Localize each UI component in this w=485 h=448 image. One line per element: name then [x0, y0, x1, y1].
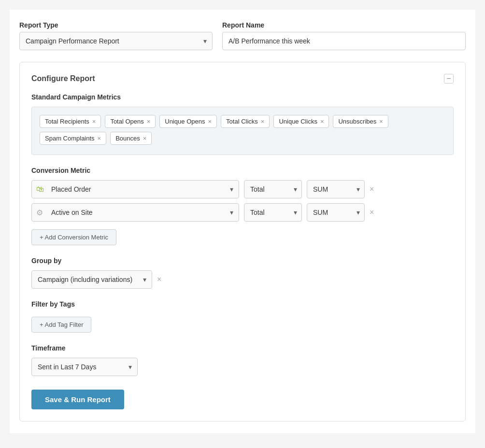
save-run-report-button[interactable]: Save & Run Report [31, 390, 124, 409]
active-on-site-agg-select[interactable]: SUM AVG COUNT [307, 203, 365, 222]
metrics-tags-container: Total Recipients × Total Opens × Unique … [40, 115, 445, 145]
timeframe-section: Timeframe Sent in Last 7 Days Sent in La… [31, 344, 454, 376]
tag-label: Spam Complaints [45, 135, 95, 142]
placed-order-select[interactable]: Placed Order Active on Site Viewed Produ… [31, 180, 239, 198]
active-on-site-total-select[interactable]: Total Unique [244, 203, 302, 222]
group-by-select-wrapper: Campaign (including variations) Campaign… [31, 270, 152, 289]
conversion-metric-section: Conversion Metric 🛍 Placed Order Active … [31, 167, 454, 245]
standard-metrics-title: Standard Campaign Metrics [31, 93, 454, 101]
group-by-title: Group by [31, 257, 454, 265]
remove-total-opens[interactable]: × [147, 118, 151, 125]
remove-total-recipients[interactable]: × [92, 118, 96, 125]
remove-group-by[interactable]: × [157, 275, 161, 284]
report-name-group: Report Name [222, 21, 466, 50]
tag-label: Total Opens [110, 118, 143, 125]
remove-placed-order[interactable]: × [370, 185, 374, 194]
active-on-site-select[interactable]: Placed Order Active on Site Viewed Produ… [31, 203, 239, 222]
tag-label: Bounces [115, 135, 140, 142]
metrics-area: Total Recipients × Total Opens × Unique … [31, 107, 454, 155]
remove-total-clicks[interactable]: × [261, 118, 265, 125]
group-by-section: Group by Campaign (including variations)… [31, 257, 454, 289]
add-conversion-metric-button[interactable]: + Add Conversion Metric [31, 229, 116, 245]
remove-spam-complaints[interactable]: × [98, 135, 101, 141]
tag-unique-opens: Unique Opens × [159, 115, 217, 128]
report-name-input[interactable] [222, 32, 466, 50]
tag-label: Total Recipients [45, 118, 89, 125]
tag-label: Total Clicks [226, 118, 258, 125]
placed-order-select-wrapper: 🛍 Placed Order Active on Site Viewed Pro… [31, 180, 239, 198]
remove-unique-opens[interactable]: × [208, 118, 212, 125]
collapse-button[interactable]: − [444, 74, 454, 84]
active-on-site-agg-wrapper: SUM AVG COUNT [307, 203, 365, 222]
panel-header: Configure Report − [31, 74, 454, 84]
remove-active-on-site[interactable]: × [370, 208, 374, 217]
group-by-row: Campaign (including variations) Campaign… [31, 270, 454, 289]
report-type-label: Report Type [19, 21, 213, 29]
timeframe-select-wrapper: Sent in Last 7 Days Sent in Last 30 Days… [31, 358, 138, 376]
remove-unique-clicks[interactable]: × [320, 118, 324, 125]
active-on-site-select-wrapper: ⚙ Placed Order Active on Site Viewed Pro… [31, 203, 239, 222]
report-type-select-wrapper: Campaign Performance Report Flow Perform… [19, 32, 213, 50]
add-tag-filter-button[interactable]: + Add Tag Filter [31, 317, 91, 333]
tag-label: Unique Opens [165, 118, 205, 125]
report-name-label: Report Name [222, 21, 466, 29]
tag-unique-clicks: Unique Clicks × [273, 115, 329, 128]
tag-bounces: Bounces × [110, 132, 152, 145]
filter-by-tags-section: Filter by Tags + Add Tag Filter [31, 300, 454, 333]
tag-total-opens: Total Opens × [105, 115, 156, 128]
placed-order-agg-select[interactable]: SUM AVG COUNT [307, 180, 365, 198]
timeframe-title: Timeframe [31, 344, 454, 352]
active-on-site-total-wrapper: Total Unique [244, 203, 302, 222]
placed-order-total-wrapper: Total Unique [244, 180, 302, 198]
tag-unsubscribes: Unsubscribes × [333, 115, 388, 128]
report-type-select[interactable]: Campaign Performance Report Flow Perform… [19, 32, 213, 50]
configure-panel: Configure Report − Standard Campaign Met… [19, 62, 466, 421]
collapse-icon: − [446, 75, 451, 83]
top-section: Report Type Campaign Performance Report … [19, 21, 466, 50]
panel-title: Configure Report [31, 74, 95, 83]
filter-by-tags-title: Filter by Tags [31, 300, 454, 308]
tag-total-clicks: Total Clicks × [221, 115, 270, 128]
page-container: Report Type Campaign Performance Report … [10, 10, 475, 433]
report-type-group: Report Type Campaign Performance Report … [19, 21, 213, 50]
conversion-row-1: 🛍 Placed Order Active on Site Viewed Pro… [31, 180, 454, 198]
placed-order-agg-wrapper: SUM AVG COUNT [307, 180, 365, 198]
placed-order-total-select[interactable]: Total Unique [244, 180, 302, 198]
tag-total-recipients: Total Recipients × [40, 115, 101, 128]
remove-bounces[interactable]: × [143, 135, 147, 141]
remove-unsubscribes[interactable]: × [379, 118, 383, 125]
conversion-row-2: ⚙ Placed Order Active on Site Viewed Pro… [31, 203, 454, 222]
group-by-select[interactable]: Campaign (including variations) Campaign… [31, 270, 152, 289]
tag-label: Unsubscribes [338, 118, 376, 125]
tag-spam-complaints: Spam Complaints × [40, 132, 106, 145]
standard-metrics-section: Standard Campaign Metrics Total Recipien… [31, 93, 454, 155]
timeframe-select[interactable]: Sent in Last 7 Days Sent in Last 30 Days… [31, 358, 138, 376]
tag-label: Unique Clicks [279, 118, 317, 125]
conversion-metric-title: Conversion Metric [31, 167, 454, 174]
